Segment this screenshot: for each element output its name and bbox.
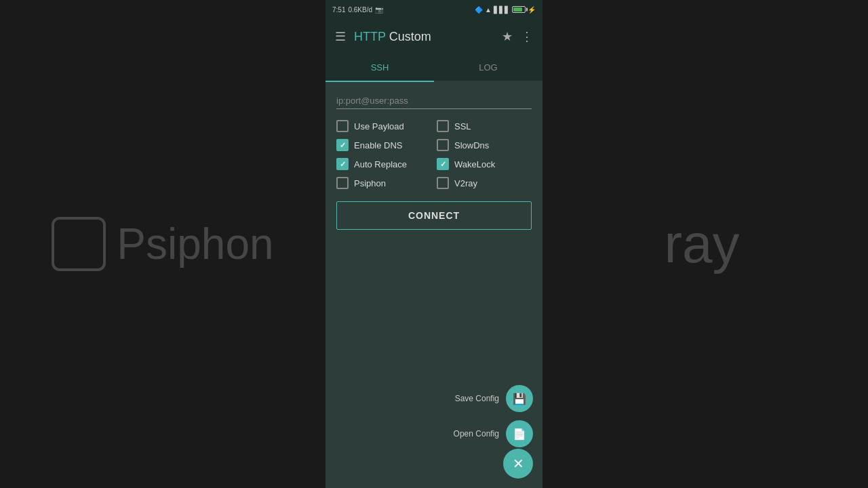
status-bar: 7:51 0.6KB/d 📷 🔷 ▲ ▋▋▋ ⚡ (326, 0, 542, 19)
menu-icon[interactable]: ☰ (335, 29, 346, 44)
checkbox-use-payload-label: Use Payload (354, 121, 404, 131)
checkbox-enable-dns-label: Enable DNS (354, 140, 403, 150)
checkbox-use-payload-box (336, 120, 349, 132)
checkbox-enable-dns-box (336, 139, 349, 151)
app-title-custom: Custom (389, 30, 431, 43)
ssh-content: Use Payload SSL Enable DNS SlowDns Auto … (326, 82, 542, 488)
open-icon: 📄 (513, 428, 526, 441)
server-input-wrap (336, 93, 532, 109)
checkbox-auto-replace[interactable]: Auto Replace (336, 158, 431, 170)
checkbox-v2ray-label: V2ray (454, 178, 477, 188)
open-config-row: Open Config 📄 (454, 420, 533, 447)
checkbox-v2ray[interactable]: V2ray (437, 177, 532, 189)
checkbox-use-payload[interactable]: Use Payload (336, 120, 431, 132)
checkbox-v2ray-box (437, 177, 449, 189)
save-config-label: Save Config (455, 394, 499, 403)
status-time: 7:51 (332, 6, 345, 14)
battery-icon (512, 6, 526, 13)
close-fab-button[interactable]: ✕ (503, 449, 533, 479)
checkbox-slow-dns-label: SlowDns (454, 140, 489, 150)
save-config-button[interactable]: 💾 (506, 385, 533, 412)
open-config-button[interactable]: 📄 (506, 420, 533, 447)
open-config-label: Open Config (454, 429, 499, 439)
star-icon[interactable]: ★ (502, 29, 513, 44)
status-left: 7:51 0.6KB/d 📷 (332, 6, 383, 14)
save-config-row: Save Config 💾 (455, 385, 533, 412)
app-title-http: HTTP (354, 30, 386, 43)
psiphon-logo: Psiphon (52, 217, 273, 271)
checkbox-grid: Use Payload SSL Enable DNS SlowDns Auto … (336, 120, 532, 189)
close-icon: ✕ (513, 455, 524, 472)
connect-button[interactable]: CONNECT (336, 201, 532, 230)
checkbox-psiphon-label: Psiphon (354, 178, 386, 188)
status-right: 🔷 ▲ ▋▋▋ ⚡ (475, 6, 536, 14)
checkbox-psiphon-box (336, 177, 349, 189)
app-title: HTTP Custom (354, 30, 494, 44)
more-options-icon[interactable]: ⋮ (521, 29, 533, 44)
signal-icon: ▋▋▋ (494, 6, 510, 14)
checkbox-enable-dns[interactable]: Enable DNS (336, 139, 431, 151)
bluetooth-icon: 🔷 (475, 6, 483, 14)
background-left: Psiphon (0, 0, 326, 488)
checkbox-wakelock-box (437, 158, 449, 170)
checkbox-psiphon[interactable]: Psiphon (336, 177, 431, 189)
phone-frame: 7:51 0.6KB/d 📷 🔷 ▲ ▋▋▋ ⚡ ☰ HTTP Custom ★… (326, 0, 542, 488)
psiphon-logo-icon (52, 217, 106, 271)
tab-ssh[interactable]: SSH (326, 54, 434, 81)
charging-icon: ⚡ (528, 6, 536, 14)
checkbox-auto-replace-box (336, 158, 349, 170)
checkbox-ssl-box (437, 120, 449, 132)
app-bar: ☰ HTTP Custom ★ ⋮ (326, 19, 542, 54)
checkbox-ssl-label: SSL (454, 121, 471, 131)
wifi-icon: ▲ (485, 6, 492, 14)
fab-area: Save Config 💾 Open Config 📄 (454, 385, 533, 447)
camera-icon: 📷 (375, 6, 383, 14)
checkbox-slow-dns-box (437, 139, 449, 151)
checkbox-auto-replace-label: Auto Replace (354, 159, 407, 169)
checkbox-wakelock-label: WakeLock (454, 159, 495, 169)
background-right-text: ray (664, 213, 739, 275)
status-data: 0.6KB/d (348, 6, 372, 14)
tabs: SSH LOG (326, 54, 542, 82)
checkbox-slow-dns[interactable]: SlowDns (437, 139, 532, 151)
server-input[interactable] (336, 93, 532, 109)
checkbox-wakelock[interactable]: WakeLock (437, 158, 532, 170)
checkbox-ssl[interactable]: SSL (437, 120, 532, 132)
tab-log[interactable]: LOG (434, 54, 542, 81)
background-right: ray (536, 0, 868, 488)
psiphon-logo-text: Psiphon (117, 219, 273, 269)
save-icon: 💾 (513, 392, 526, 405)
